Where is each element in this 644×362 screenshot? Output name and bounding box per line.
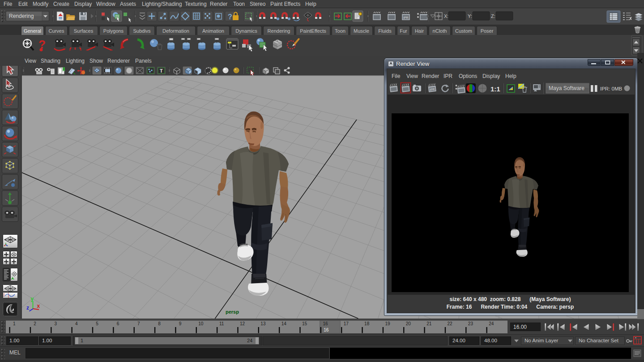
svg-text:x: x: [37, 303, 40, 309]
svg-text:Maya Software: Maya Software: [549, 85, 584, 91]
svg-text:persp: persp: [226, 309, 239, 315]
svg-text:IPR: 0MB: IPR: 0MB: [600, 86, 623, 91]
svg-text:IPR: IPR: [430, 87, 435, 91]
svg-text:y: y: [31, 296, 34, 302]
svg-text:1:1: 1:1: [490, 85, 500, 93]
svg-text:z: z: [26, 305, 29, 311]
